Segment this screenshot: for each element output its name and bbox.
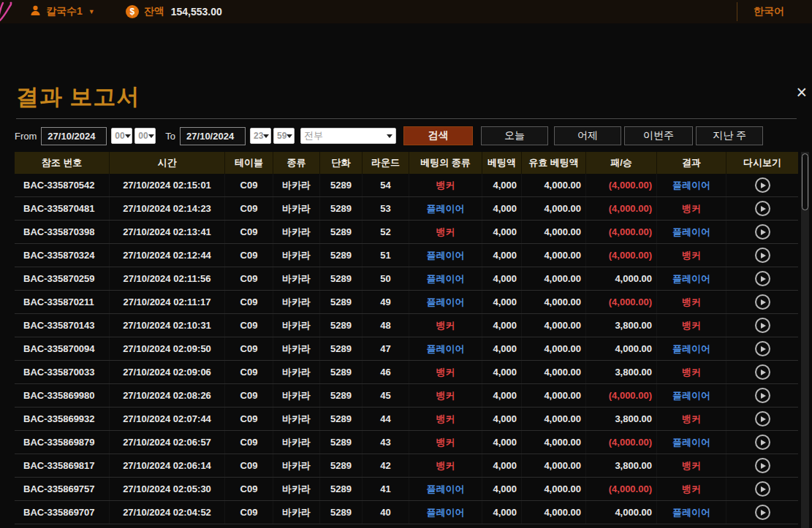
cell-time: 27/10/2024 02:09:50	[110, 337, 225, 360]
cell-replay	[726, 454, 798, 477]
this-week-button[interactable]: 이번주	[624, 126, 693, 145]
cell-round: 47	[363, 337, 409, 360]
cell-game-type: 바카라	[273, 454, 320, 477]
table-row: BAC-335869817 27/10/2024 02:06:14 C09 바카…	[15, 454, 798, 478]
yesterday-button[interactable]: 어제	[554, 126, 621, 145]
replay-play-icon[interactable]	[755, 505, 770, 520]
cell-table: C09	[225, 244, 273, 267]
cell-replay	[726, 291, 798, 313]
table-scrollbar-track[interactable]	[801, 152, 809, 528]
today-button[interactable]: 오늘	[481, 126, 548, 145]
cell-valid-bet: 4,000.00	[522, 291, 586, 313]
cell-table: C09	[225, 501, 273, 524]
to-minute-value: 59	[277, 131, 287, 141]
cell-valid-bet: 4,000.00	[522, 408, 586, 430]
cell-bet-type: 뱅커	[409, 221, 482, 243]
cell-bet-amount: 4,000	[482, 408, 522, 430]
table-body: BAC-335870542 27/10/2024 02:15:01 C09 바카…	[15, 174, 798, 524]
cell-game-type: 바카라	[273, 174, 320, 196]
replay-play-icon[interactable]	[755, 271, 770, 286]
cell-shoe: 5289	[320, 197, 363, 220]
from-minute-select[interactable]: 00	[134, 128, 156, 144]
cell-valid-bet: 4,000.00	[522, 337, 586, 360]
cell-valid-bet: 4,000.00	[522, 361, 586, 383]
cell-round: 50	[363, 267, 409, 290]
cell-bet-amount: 4,000	[482, 337, 522, 360]
cell-ref-no: BAC-335870481	[15, 197, 110, 220]
language-selector[interactable]: 한국어	[754, 5, 784, 18]
col-header-ref-no: 참조 번호	[15, 152, 110, 174]
cell-valid-bet: 4,000.00	[522, 174, 586, 196]
col-header-time: 시간	[110, 152, 225, 174]
cell-bet-amount: 4,000	[482, 291, 522, 313]
cell-shoe: 5289	[320, 221, 363, 243]
cell-result: 뱅커	[657, 478, 726, 500]
to-minute-select[interactable]: 59	[273, 128, 295, 144]
cell-bet-type: 플레이어	[409, 244, 482, 267]
balance-display: $ 잔액 154,553.00	[126, 5, 222, 18]
table-row: BAC-335869707 27/10/2024 02:04:52 C09 바카…	[15, 501, 798, 524]
cell-valid-bet: 4,000.00	[522, 384, 586, 407]
table-scrollbar-thumb[interactable]	[802, 153, 808, 210]
replay-play-icon[interactable]	[755, 364, 770, 380]
close-icon[interactable]: ×	[796, 83, 807, 102]
cell-game-type: 바카라	[273, 478, 320, 500]
cell-win-loss: (4,000.00)	[586, 174, 657, 196]
cell-time: 27/10/2024 02:11:17	[110, 291, 225, 313]
cell-game-type: 바카라	[273, 291, 320, 313]
last-week-button[interactable]: 지난 주	[696, 126, 763, 145]
balance-label: 잔액	[144, 5, 164, 18]
cell-win-loss: (4,000.00)	[586, 478, 657, 500]
cell-time: 27/10/2024 02:04:52	[110, 501, 225, 524]
replay-play-icon[interactable]	[755, 388, 770, 403]
replay-play-icon[interactable]	[755, 294, 770, 310]
cell-bet-type: 뱅커	[409, 361, 482, 383]
cell-result: 플레이어	[657, 501, 726, 524]
cell-win-loss: (4,000.00)	[586, 291, 657, 313]
replay-play-icon[interactable]	[755, 248, 770, 263]
replay-play-icon[interactable]	[755, 458, 770, 473]
cell-ref-no: BAC-335869879	[15, 431, 110, 454]
replay-play-icon[interactable]	[755, 201, 770, 216]
cell-table: C09	[225, 478, 273, 500]
search-button[interactable]: 검색	[403, 126, 473, 145]
replay-play-icon[interactable]	[755, 435, 770, 450]
cell-table: C09	[225, 337, 273, 360]
to-date-input[interactable]	[180, 127, 246, 145]
cell-replay	[726, 267, 798, 290]
cell-time: 27/10/2024 02:10:31	[110, 314, 225, 337]
from-date-input[interactable]	[41, 127, 107, 145]
replay-play-icon[interactable]	[755, 177, 770, 193]
user-menu[interactable]: 칼국수1 ▼	[29, 4, 95, 20]
table-row: BAC-335869879 27/10/2024 02:06:57 C09 바카…	[15, 431, 798, 454]
cell-win-loss: 3,800.00	[586, 408, 657, 430]
cell-table: C09	[225, 267, 273, 290]
chevron-down-icon	[148, 134, 154, 138]
cell-game-type: 바카라	[273, 431, 320, 454]
cell-time: 27/10/2024 02:15:01	[110, 174, 225, 196]
game-filter-select[interactable]: 전부	[300, 128, 396, 144]
replay-play-icon[interactable]	[755, 411, 770, 426]
cell-valid-bet: 4,000.00	[522, 197, 586, 220]
cell-round: 43	[363, 431, 409, 454]
replay-play-icon[interactable]	[755, 224, 770, 240]
cell-time: 27/10/2024 02:06:57	[110, 431, 225, 454]
to-hour-select[interactable]: 23	[250, 128, 271, 144]
chevron-down-icon: ▼	[88, 8, 95, 15]
from-hour-select[interactable]: 00	[111, 128, 132, 144]
cell-result: 플레이어	[657, 431, 726, 454]
replay-play-icon[interactable]	[755, 481, 770, 497]
results-table: 참조 번호 시간 테이블 종류 단화 라운드 베팅의 종류 베팅액 유효 베팅액…	[15, 152, 798, 524]
cell-result: 플레이어	[657, 337, 726, 360]
replay-play-icon[interactable]	[755, 318, 770, 333]
cell-replay	[726, 501, 798, 524]
cell-bet-amount: 4,000	[482, 431, 522, 454]
cell-bet-type: 플레이어	[409, 337, 482, 360]
filter-bar: From 00 00 To 23 59 전부 검색 오늘 어제 이번주 지난 주	[15, 126, 804, 146]
cell-result: 플레이어	[657, 267, 726, 290]
user-icon	[29, 4, 42, 20]
cell-game-type: 바카라	[273, 314, 320, 337]
cell-ref-no: BAC-335870033	[15, 361, 110, 383]
cell-win-loss: (4,000.00)	[586, 244, 657, 267]
replay-play-icon[interactable]	[755, 341, 770, 356]
